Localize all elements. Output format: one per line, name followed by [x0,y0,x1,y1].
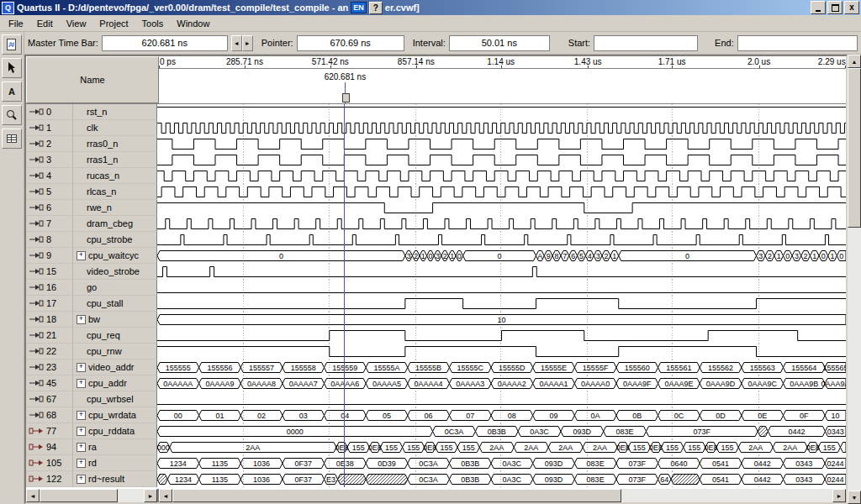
signal-name-cell[interactable]: +rd [73,455,157,471]
signal-number-cell[interactable]: 22 [26,344,73,360]
menu-item-view[interactable]: View [60,17,93,30]
master-time-bar-value[interactable]: 620.681 ns [102,35,228,51]
signal-number-cell[interactable]: 45 [26,375,73,391]
signal-number-cell[interactable]: 77 [26,423,73,439]
signal-name-cell[interactable]: +rd~result [73,471,157,487]
restore-button[interactable] [827,1,843,14]
signal-name-cell[interactable]: cpu_stall [73,296,157,312]
vscroll-thumb[interactable] [848,68,861,228]
expand-toggle-icon[interactable]: + [77,443,86,452]
expand-toggle-icon[interactable]: + [77,379,86,388]
app-icon[interactable]: Q [2,2,14,14]
signal-name-cell[interactable]: go [73,280,157,296]
names-hscroll-left-arrow-icon[interactable]: ◄ [26,489,40,502]
signal-number-cell[interactable]: 6 [26,200,73,216]
signal-name-cell[interactable]: cpu_wrbsel [73,391,157,407]
expand-toggle-icon[interactable]: + [77,251,86,260]
vscroll-down-arrow-icon[interactable]: ▼ [848,491,861,504]
wave-hscroll-thumb[interactable] [172,489,621,502]
signal-number-cell[interactable]: 5 [26,184,73,200]
expand-toggle-icon[interactable]: + [77,459,86,468]
signal-name-cell[interactable]: video_strobe [73,264,157,280]
signal-number-cell[interactable]: 21 [26,328,73,344]
signal-name-cell[interactable]: clk [73,120,157,136]
waveform-cell[interactable] [157,120,846,136]
wave-hscrollbar[interactable]: ◄ ► [159,489,846,502]
wave-vscrollbar[interactable]: ▲ ▼ [848,55,861,504]
select-tool-button[interactable] [2,58,22,78]
waveform-cell[interactable] [157,296,846,312]
signal-name-cell[interactable]: +video_addr [73,360,157,375]
signal-number-cell[interactable]: 7 [26,216,73,232]
signal-name-cell[interactable]: rucas_n [73,168,157,184]
signal-name-cell[interactable]: +cpu_addr [73,375,157,391]
expand-toggle-icon[interactable]: + [77,363,86,372]
new-waveform-document-button[interactable] [2,34,22,55]
vscroll-up-arrow-icon[interactable]: ▲ [848,55,861,68]
names-hscroll-track[interactable] [40,489,144,502]
master-time-right-arrow-icon[interactable]: ► [242,35,253,51]
signal-name-cell[interactable]: +cpu_waitcyc [73,248,157,264]
signal-number-cell[interactable]: 0 [26,104,73,120]
signal-number-cell[interactable]: 8 [26,232,73,248]
help-icon[interactable]: ? [369,2,383,14]
waveform-cell[interactable] [157,152,846,168]
signal-name-cell[interactable]: +bw [73,312,157,328]
waveform-cell[interactable] [157,200,846,216]
signal-number-cell[interactable]: 15 [26,264,73,280]
signal-number-cell[interactable]: 68 [26,407,73,423]
waveform-cell[interactable]: 1234113510360F370E380D390C3A0B3B0A3C093D… [157,455,846,471]
expand-toggle-icon[interactable]: + [77,315,86,324]
signal-number-cell[interactable]: 16 [26,280,73,296]
waveform-cell[interactable]: 0002AA0E81550E81551550E81551552AA2AA2AA2… [157,439,846,455]
waveform-cell[interactable] [157,280,846,296]
signal-number-cell[interactable]: 18 [26,312,73,328]
waveform-cell[interactable] [157,264,846,280]
signal-number-cell[interactable]: 2 [26,136,73,152]
master-time-marker-handle[interactable] [342,93,350,102]
signal-name-cell[interactable]: rst_n [73,104,157,120]
waveform-cell[interactable] [157,391,846,407]
signal-name-cell[interactable]: rwe_n [73,200,157,216]
menu-item-edit[interactable]: Edit [30,17,60,30]
waveform-cell[interactable]: 0AAAAA0AAAA90AAAA80AAAA70AAAA60AAAA50AAA… [157,375,846,391]
waveform-cell[interactable]: 00000C3A0B3B0A3C093D083E073F04420343 [157,423,846,439]
signal-number-cell[interactable]: 4 [26,168,73,184]
waveform-cell[interactable]: 000102030405060708090A0B0C0D0E0F10 [157,407,846,423]
waveform-cell[interactable] [157,168,846,184]
zoom-tool-button[interactable] [2,105,22,125]
waveform-cell[interactable]: 10 [157,312,846,328]
wave-hscroll-left-arrow-icon[interactable]: ◄ [159,489,172,502]
names-hscroll-thumb[interactable] [40,489,118,502]
end-value[interactable] [737,35,858,51]
signal-number-cell[interactable]: 122 [26,471,73,487]
waveform-cell[interactable]: 1234113510360F37E30C3A0B3B0A3C093D083E07… [157,471,846,487]
signal-number-cell[interactable]: 23 [26,360,73,375]
signal-name-cell[interactable]: dram_cbeg [73,216,157,232]
text-tool-button[interactable]: A [2,81,22,102]
minimize-button[interactable] [811,1,826,14]
signal-name-cell[interactable]: cpu_req [73,328,157,344]
waveform-cell[interactable] [157,184,846,200]
menu-item-tools[interactable]: Tools [135,17,171,30]
signal-number-cell[interactable]: 105 [26,455,73,471]
time-ruler[interactable]: 0 ps285.71 ns571.42 ns857.14 ns1.14 us1.… [159,56,846,103]
wave-hscroll-right-arrow-icon[interactable]: ► [832,489,846,502]
signal-name-cell[interactable]: rlcas_n [73,184,157,200]
wave-hscroll-track[interactable] [172,489,832,502]
signal-number-cell[interactable]: 67 [26,391,73,407]
menu-item-file[interactable]: File [2,17,30,30]
waveform-cell[interactable] [157,344,846,360]
waveform-cell[interactable] [157,216,846,232]
expand-toggle-icon[interactable]: + [77,411,86,420]
signal-number-cell[interactable]: 3 [26,152,73,168]
signal-name-cell[interactable]: +cpu_wrdata [73,407,157,423]
menu-item-project[interactable]: Project [92,17,135,30]
waveform-cell[interactable] [157,328,846,344]
start-value[interactable] [594,35,698,51]
master-time-left-arrow-icon[interactable]: ◄ [231,35,242,51]
signal-name-cell[interactable]: +cpu_rddata [73,423,157,439]
signal-name-cell[interactable]: cpu_rnw [73,344,157,360]
menu-item-window[interactable]: Window [170,17,216,30]
waveform-cell[interactable]: 15555515555615555715555815555915555A1555… [157,360,846,375]
